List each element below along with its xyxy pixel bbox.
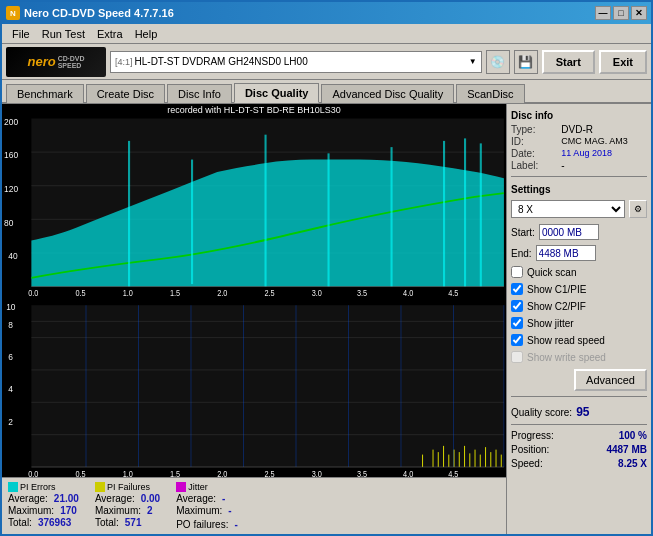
svg-text:0.5: 0.5 (76, 289, 87, 299)
menu-extra[interactable]: Extra (91, 26, 129, 42)
show-jitter-checkbox[interactable] (511, 317, 523, 329)
tab-disc-quality[interactable]: Disc Quality (234, 83, 320, 103)
svg-text:10: 10 (6, 302, 15, 313)
svg-text:2.5: 2.5 (265, 289, 276, 299)
pi-errors-total-label: Total: (8, 517, 32, 528)
menu-run-test[interactable]: Run Test (36, 26, 91, 42)
title-bar: N Nero CD-DVD Speed 4.7.7.16 — □ ✕ (2, 2, 651, 24)
svg-text:2.0: 2.0 (217, 289, 228, 299)
pi-errors-color (8, 482, 18, 492)
svg-rect-53 (448, 455, 449, 467)
show-read-speed-label: Show read speed (527, 335, 605, 346)
svg-rect-57 (469, 453, 470, 467)
pi-errors-avg: 21.00 (54, 493, 79, 504)
separator-3 (511, 424, 647, 425)
end-row: End: (511, 245, 647, 261)
maximize-button[interactable]: □ (613, 6, 629, 20)
start-row: Start: (511, 224, 647, 240)
pi-errors-max: 170 (60, 505, 77, 516)
show-c1-checkbox[interactable] (511, 283, 523, 295)
jitter-avg: - (222, 493, 225, 504)
svg-text:4.5: 4.5 (448, 469, 459, 477)
show-write-speed-label: Show write speed (527, 352, 606, 363)
show-c2-checkbox[interactable] (511, 300, 523, 312)
date-key: Date: (511, 148, 557, 159)
jitter-avg-label: Average: (176, 493, 216, 504)
nero-logo: nero CD·DVDSPEED (6, 47, 106, 77)
svg-text:3.0: 3.0 (312, 469, 323, 477)
show-jitter-label: Show jitter (527, 318, 574, 329)
disc-icon-button[interactable]: 💿 (486, 50, 510, 74)
speed-combo[interactable]: 8 X 4 X 2 X Max (511, 200, 625, 218)
save-icon-button[interactable]: 💾 (514, 50, 538, 74)
type-key: Type: (511, 124, 557, 135)
advanced-button[interactable]: Advanced (574, 369, 647, 391)
menu-file[interactable]: File (6, 26, 36, 42)
chart-area: recorded with HL-DT-ST BD-RE BH10LS30 20… (2, 104, 506, 534)
close-button[interactable]: ✕ (631, 6, 647, 20)
pi-failures-color (95, 482, 105, 492)
jitter-max: - (228, 505, 231, 516)
right-panel: Disc info Type: DVD-R ID: CMC MAG. AM3 D… (506, 104, 651, 534)
svg-text:200: 200 (4, 116, 18, 127)
svg-rect-58 (475, 450, 476, 467)
show-read-speed-checkbox[interactable] (511, 334, 523, 346)
pi-failures-total: 571 (125, 517, 142, 528)
svg-rect-52 (443, 446, 444, 467)
window-title: Nero CD-DVD Speed 4.7.7.16 (24, 7, 174, 19)
tab-disc-info[interactable]: Disc Info (167, 84, 232, 103)
tab-bar: Benchmark Create Disc Disc Info Disc Qua… (2, 80, 651, 104)
device-selector[interactable]: [4:1] HL-DT-ST DVDRAM GH24NSD0 LH00 ▼ (110, 51, 482, 73)
stats-bar: PI Errors Average: 21.00 Maximum: 170 To… (2, 477, 506, 534)
tab-create-disc[interactable]: Create Disc (86, 84, 165, 103)
svg-rect-18 (391, 147, 393, 286)
jitter-section: Jitter Average: - Maximum: - PO failures… (176, 482, 238, 530)
svg-text:1.0: 1.0 (123, 469, 134, 477)
show-c1-label: Show C1/PIE (527, 284, 586, 295)
svg-text:4.0: 4.0 (403, 469, 414, 477)
tab-benchmark[interactable]: Benchmark (6, 84, 84, 103)
svg-text:3.0: 3.0 (312, 289, 323, 299)
show-c2-row: Show C2/PIF (511, 300, 647, 312)
svg-rect-14 (128, 141, 130, 287)
quick-scan-label: Quick scan (527, 267, 576, 278)
chart-title: recorded with HL-DT-ST BD-RE BH10LS30 (2, 104, 506, 116)
tab-advanced-disc-quality[interactable]: Advanced Disc Quality (321, 84, 454, 103)
quick-scan-checkbox[interactable] (511, 266, 523, 278)
svg-text:6: 6 (8, 351, 13, 362)
label-val: - (561, 160, 647, 171)
show-write-speed-row: Show write speed (511, 351, 647, 363)
quick-scan-row: Quick scan (511, 266, 647, 278)
svg-rect-63 (501, 455, 502, 467)
start-button[interactable]: Start (542, 50, 595, 74)
svg-rect-33 (31, 305, 504, 467)
pi-failures-total-label: Total: (95, 517, 119, 528)
tab-scandisc[interactable]: ScanDisc (456, 84, 524, 103)
device-index: [4:1] (115, 57, 133, 67)
svg-rect-56 (464, 446, 465, 467)
start-mb-input[interactable] (539, 224, 599, 240)
show-jitter-row: Show jitter (511, 317, 647, 329)
minimize-button[interactable]: — (595, 6, 611, 20)
end-mb-input[interactable] (536, 245, 596, 261)
svg-rect-17 (328, 153, 330, 286)
exit-button[interactable]: Exit (599, 50, 647, 74)
pi-failures-avg: 0.00 (141, 493, 160, 504)
svg-rect-60 (485, 447, 486, 467)
svg-text:4: 4 (8, 384, 13, 395)
window-controls: — □ ✕ (595, 6, 647, 20)
show-write-speed-checkbox[interactable] (511, 351, 523, 363)
menu-help[interactable]: Help (129, 26, 164, 42)
jitter-max-label: Maximum: (176, 505, 222, 516)
settings-icon-button[interactable]: ⚙ (629, 200, 647, 218)
svg-rect-16 (265, 135, 267, 287)
svg-text:4.5: 4.5 (448, 289, 459, 299)
pi-errors-label: PI Errors (20, 482, 56, 492)
svg-text:4.0: 4.0 (403, 289, 414, 299)
svg-rect-62 (496, 450, 497, 467)
id-val: CMC MAG. AM3 (561, 136, 647, 147)
settings-title: Settings (511, 184, 647, 195)
app-window: N Nero CD-DVD Speed 4.7.7.16 — □ ✕ File … (0, 0, 653, 536)
position-label: Position: (511, 444, 549, 455)
svg-text:1.0: 1.0 (123, 289, 134, 299)
